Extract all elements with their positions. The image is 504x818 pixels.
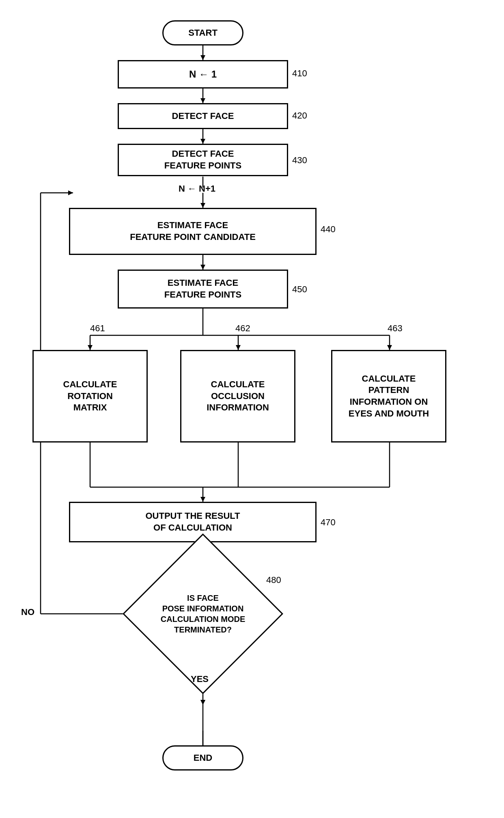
svg-marker-33 — [68, 190, 73, 195]
svg-marker-3 — [200, 98, 205, 103]
n-init-box: N ← 1 — [118, 60, 288, 88]
estimate-feature-pts-box: ESTIMATE FACE FEATURE POINTS — [118, 270, 288, 309]
label-440: 440 — [321, 224, 336, 235]
label-420: 420 — [292, 110, 307, 121]
label-463: 463 — [388, 323, 403, 334]
estimate-candidate-box: ESTIMATE FACE FEATURE POINT CANDIDATE — [69, 208, 317, 255]
label-462: 462 — [235, 323, 250, 334]
start-node: START — [162, 20, 243, 45]
svg-marker-8 — [200, 203, 205, 208]
svg-marker-18 — [387, 345, 392, 350]
svg-marker-10 — [200, 265, 205, 270]
output-result-box: OUTPUT THE RESULT OF CALCULATION — [69, 502, 317, 542]
svg-marker-5 — [200, 139, 205, 144]
label-430: 430 — [292, 155, 307, 166]
label-461: 461 — [90, 323, 105, 334]
calc-pattern-box: CALCULATE PATTERN INFORMATION ON EYES AN… — [331, 350, 446, 442]
svg-marker-16 — [236, 345, 241, 350]
calc-occlusion-box: CALCULATE OCCLUSION INFORMATION — [180, 350, 295, 442]
svg-marker-28 — [200, 700, 205, 705]
label-480: 480 — [266, 575, 281, 585]
end-node: END — [162, 745, 243, 771]
calc-rotation-box: CALCULATE ROTATION MATRIX — [32, 350, 148, 442]
label-410: 410 — [292, 68, 307, 79]
no-label: NO — [21, 607, 34, 617]
detect-feature-pts-box: DETECT FACE FEATURE POINTS — [118, 144, 288, 176]
n-update-label: N ← N+1 — [179, 183, 215, 194]
svg-marker-24 — [200, 497, 205, 502]
detect-face-box: DETECT FACE — [118, 103, 288, 129]
decision-diamond: IS FACE POSE INFORMATION CALCULATION MOD… — [146, 557, 260, 671]
label-450: 450 — [292, 284, 307, 295]
svg-marker-1 — [200, 55, 205, 60]
svg-marker-34 — [200, 700, 205, 705]
label-470: 470 — [321, 517, 336, 528]
yes-label: YES — [191, 674, 209, 684]
flowchart-diagram: START N ← 1 410 DETECT FACE 420 DETECT F… — [0, 0, 504, 818]
svg-marker-14 — [88, 345, 93, 350]
